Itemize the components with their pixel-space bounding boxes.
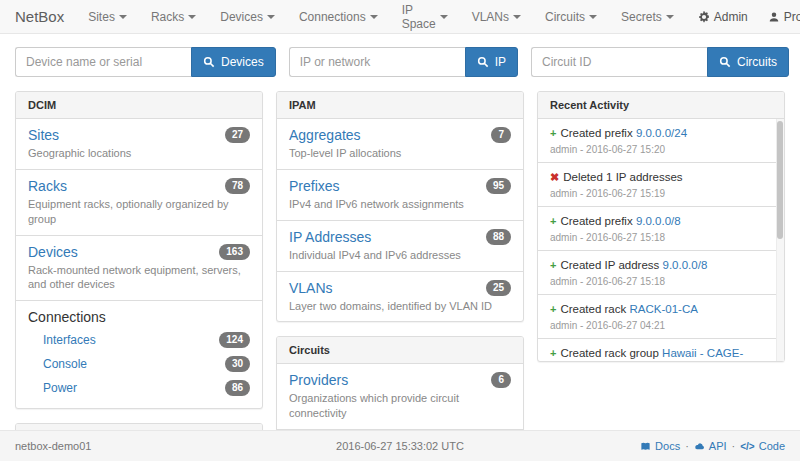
dcim-panel-title: DCIM [16, 92, 262, 119]
search-icon [477, 56, 489, 68]
nav-menu-secrets[interactable]: Secrets [621, 10, 674, 24]
admin-link[interactable]: Admin [698, 10, 748, 24]
nav-menu-ip-space[interactable]: IP Space [402, 3, 448, 31]
activity-text: Created IP address [560, 259, 659, 271]
recent-activity-panel: Recent Activity +Created prefix 9.0.0.0/… [537, 91, 785, 362]
aggregates-description: Top-level IP allocations [289, 146, 511, 161]
nav-menu-racks[interactable]: Racks [151, 10, 196, 24]
ip-addresses-count-badge: 88 [486, 229, 511, 245]
separator: · [732, 440, 736, 452]
vlans-description: Layer two domains, identified by VLAN ID [289, 299, 511, 314]
nav-menu-label: Devices [220, 10, 263, 24]
activity-item: ✖Deleted 1 IP addresses admin - 2016-06-… [538, 162, 784, 206]
code-label: Code [759, 440, 785, 452]
activity-item: +Created IP address 9.0.0.0/8 admin - 20… [538, 250, 784, 294]
footer-links: Docs · API · </> Code [640, 440, 785, 452]
nav-menu-vlans[interactable]: VLANs [472, 10, 521, 24]
connections-label: Connections [28, 309, 250, 325]
activity-object-link[interactable]: 9.0.0.0/24 [636, 127, 687, 139]
connections-row-power: Power 86 [43, 376, 250, 400]
ip-addresses-link[interactable]: IP Addresses [289, 229, 371, 245]
nav-right-tools: Admin Profile Log out [698, 3, 800, 31]
sites-link[interactable]: Sites [28, 127, 59, 143]
nav-menu-devices[interactable]: Devices [220, 10, 275, 24]
nav-menu-connections[interactable]: Connections [299, 10, 378, 24]
recent-activity-title: Recent Activity [538, 92, 784, 119]
device-search-group: Devices [15, 47, 276, 77]
book-icon [640, 441, 651, 452]
plus-icon: + [550, 127, 556, 139]
brand-link[interactable]: NetBox [15, 8, 64, 25]
power-link[interactable]: Power [43, 381, 77, 395]
nav-menu-circuits[interactable]: Circuits [545, 10, 597, 24]
scrollbar-track[interactable] [776, 119, 784, 361]
scrollbar-thumb[interactable] [777, 121, 783, 239]
delete-icon: ✖ [550, 171, 559, 183]
activity-item: +Created rack RACK-01-CA admin - 2016-06… [538, 294, 784, 338]
providers-link[interactable]: Providers [289, 372, 348, 388]
console-link[interactable]: Console [43, 357, 87, 371]
nav-menu-label: Secrets [621, 10, 662, 24]
docs-label: Docs [655, 440, 680, 452]
profile-link[interactable]: Profile [768, 10, 800, 24]
ipam-panel-title: IPAM [277, 92, 523, 119]
dcim-panel: DCIM Sites 27 Geographic locations Racks… [15, 91, 263, 409]
chevron-down-icon [119, 15, 127, 19]
ip-search-button-label: IP [495, 55, 506, 69]
circuit-search-button[interactable]: Circuits [707, 47, 789, 77]
sites-count-badge: 27 [225, 127, 250, 143]
list-item-providers: Providers 6 Organizations which provide … [277, 364, 523, 429]
footer: netbox-demo01 2016-06-27 15:33:02 UTC Do… [0, 430, 800, 461]
circuit-search-input[interactable] [531, 47, 707, 77]
interfaces-count-badge: 124 [219, 332, 250, 348]
circuit-search-group: Circuits [531, 47, 789, 77]
list-item-prefixes: Prefixes 95 IPv4 and IPv6 network assign… [277, 169, 523, 220]
chevron-down-icon [589, 15, 597, 19]
gear-icon [698, 11, 710, 23]
activity-item: +Created prefix 9.0.0.0/8 admin - 2016-0… [538, 206, 784, 250]
providers-description: Organizations which provide circuit conn… [289, 391, 511, 421]
list-item-sites: Sites 27 Geographic locations [16, 119, 262, 169]
prefixes-link[interactable]: Prefixes [289, 178, 340, 194]
code-link[interactable]: </> Code [740, 440, 785, 452]
chevron-down-icon [267, 15, 275, 19]
aggregates-link[interactable]: Aggregates [289, 127, 361, 143]
device-search-input[interactable] [15, 47, 191, 77]
column-dcim: DCIM Sites 27 Geographic locations Racks… [15, 91, 263, 461]
nav-menu-label: VLANs [472, 10, 509, 24]
nav-menu-label: Sites [88, 10, 115, 24]
activity-object-link[interactable]: 9.0.0.0/8 [663, 259, 708, 271]
activity-list[interactable]: +Created prefix 9.0.0.0/24 admin - 2016-… [538, 119, 784, 361]
device-search-button[interactable]: Devices [191, 47, 276, 77]
user-icon [768, 11, 780, 23]
activity-meta: admin - 2016-06-27 15:18 [550, 276, 764, 287]
activity-text: Created rack group [560, 347, 658, 359]
plus-icon: + [550, 303, 556, 315]
chevron-down-icon [440, 15, 448, 19]
circuits-panel-title: Circuits [277, 337, 523, 364]
api-link[interactable]: API [694, 440, 727, 452]
activity-object-link[interactable]: 9.0.0.0/8 [636, 215, 681, 227]
racks-link[interactable]: Racks [28, 178, 67, 194]
activity-text: Deleted 1 IP addresses [563, 171, 682, 183]
ip-search-input[interactable] [289, 47, 465, 77]
list-item-devices: Devices 163 Rack-mounted network equipme… [16, 235, 262, 301]
nav-menu-label: IP Space [402, 3, 436, 31]
list-item-racks: Racks 78 Equipment racks, optionally org… [16, 169, 262, 235]
devices-description: Rack-mounted network equipment, servers,… [28, 263, 250, 293]
activity-object-link[interactable]: RACK-01-CA [629, 303, 697, 315]
docs-link[interactable]: Docs [640, 440, 680, 452]
devices-link[interactable]: Devices [28, 244, 78, 260]
connections-row-interfaces: Interfaces 124 [43, 328, 250, 352]
vlans-count-badge: 25 [486, 280, 511, 296]
vlans-link[interactable]: VLANs [289, 280, 333, 296]
admin-label: Admin [714, 10, 748, 24]
devices-count-badge: 163 [219, 244, 250, 260]
nav-menu-sites[interactable]: Sites [88, 10, 127, 24]
ipam-panel: IPAM Aggregates 7 Top-level IP allocatio… [276, 91, 524, 322]
racks-description: Equipment racks, optionally organized by… [28, 197, 250, 227]
search-icon [203, 56, 215, 68]
ip-search-button[interactable]: IP [465, 47, 518, 77]
interfaces-link[interactable]: Interfaces [43, 333, 96, 347]
nav-menu-label: Racks [151, 10, 184, 24]
